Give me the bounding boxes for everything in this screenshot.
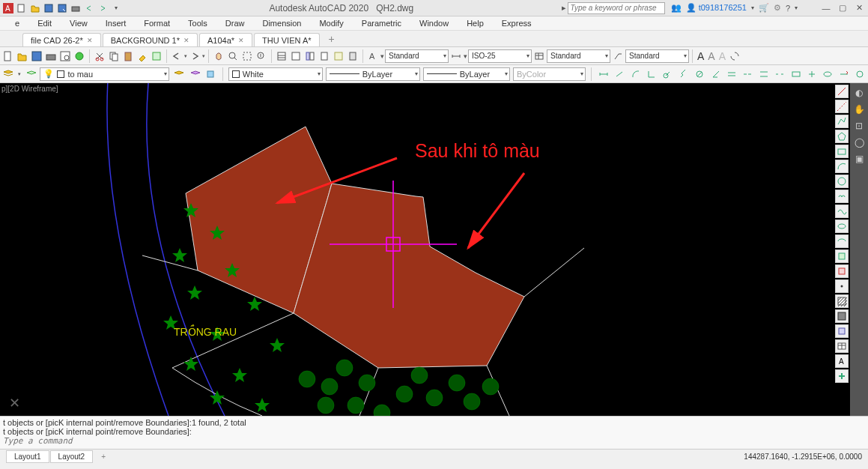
polygon-tool[interactable] — [835, 130, 849, 143]
menu-tools[interactable]: Tools — [179, 17, 216, 29]
undo-icon[interactable] — [84, 3, 94, 13]
undo-dropdown-icon[interactable]: ▾ — [184, 53, 187, 59]
layout-add-button[interactable]: + — [94, 451, 113, 462]
plotstyle-dropdown[interactable]: ByColor — [513, 67, 586, 81]
saveas-icon[interactable] — [57, 3, 67, 13]
construction-line-tool[interactable] — [835, 100, 849, 113]
preview-icon[interactable] — [58, 49, 72, 63]
search-input[interactable] — [568, 2, 665, 14]
menu-insert[interactable]: Insert — [97, 17, 136, 29]
addselected-tool[interactable] — [835, 369, 849, 383]
text-flyout-icon[interactable]: ▾ — [380, 52, 384, 60]
tab-background[interactable]: BACKGROUND 1*✕ — [103, 33, 198, 46]
make-block-tool[interactable] — [835, 264, 849, 278]
centermark-icon[interactable] — [805, 67, 818, 81]
cut-icon[interactable] — [93, 49, 106, 63]
gradient-tool[interactable] — [835, 309, 849, 323]
publish-icon[interactable] — [73, 49, 86, 63]
maximize-button[interactable]: ▢ — [837, 3, 849, 13]
laymcur-icon[interactable] — [188, 67, 201, 81]
table-style-icon[interactable] — [532, 49, 546, 63]
plot-icon[interactable] — [70, 3, 81, 13]
redo-icon[interactable] — [97, 3, 108, 13]
layout-tab-1[interactable]: Layout1 — [6, 450, 49, 463]
menu-parametric[interactable]: Parametric — [353, 17, 410, 29]
menu-e[interactable]: e — [6, 17, 28, 29]
annotation-sync-icon[interactable] — [728, 49, 741, 63]
tab-close-icon[interactable]: ✕ — [238, 37, 244, 44]
layer-flyout-icon[interactable]: ▾ — [18, 71, 21, 77]
tab-file-cad[interactable]: file CAD 26-2*✕ — [22, 33, 101, 46]
polyline-tool[interactable] — [835, 115, 849, 128]
mleader-icon[interactable] — [611, 49, 625, 63]
open2-icon[interactable] — [16, 49, 29, 63]
tab-a104a[interactable]: A104a*✕ — [199, 33, 252, 46]
menu-view[interactable]: View — [61, 17, 97, 29]
nav-wheel-icon[interactable]: ◐ — [852, 86, 866, 100]
zoom-extents-icon[interactable]: ⊡ — [852, 119, 866, 133]
help-dropdown-icon[interactable]: ▾ — [795, 4, 798, 11]
app-icon[interactable]: A — [3, 3, 13, 13]
dim-diameter-icon[interactable] — [693, 67, 705, 81]
ellipse-tool[interactable] — [835, 220, 849, 233]
menu-window[interactable]: Window — [410, 17, 458, 29]
zoom-icon[interactable] — [226, 49, 240, 63]
menu-format[interactable]: Format — [135, 17, 179, 29]
tab-close-icon[interactable]: ✕ — [87, 37, 93, 44]
qnew-icon[interactable] — [1, 49, 15, 63]
dim-linear-icon[interactable] — [597, 67, 610, 81]
mleaderstyle-dropdown[interactable]: Standard — [625, 49, 689, 63]
pan-icon[interactable] — [212, 49, 225, 63]
table-tool[interactable] — [835, 339, 849, 353]
help-icon[interactable]: ? — [786, 4, 790, 13]
menu-help[interactable]: Help — [458, 17, 493, 29]
paste-icon[interactable] — [121, 49, 135, 63]
copy-icon[interactable] — [107, 49, 121, 63]
menu-modify[interactable]: Modify — [310, 17, 352, 29]
designcenter-icon[interactable] — [289, 49, 303, 63]
dim-flyout-icon[interactable]: ▾ — [464, 52, 467, 60]
orbit-icon[interactable]: ◯ — [852, 136, 866, 149]
region-tool[interactable] — [835, 324, 849, 338]
toolpalettes-icon[interactable] — [303, 49, 317, 63]
minimize-button[interactable]: — — [820, 3, 832, 13]
open-icon[interactable] — [30, 3, 40, 13]
dim-jogged-icon[interactable] — [677, 67, 690, 81]
layout-tab-2[interactable]: Layout2 — [50, 450, 94, 463]
hatch-tool[interactable] — [835, 294, 849, 308]
redo2-icon[interactable] — [188, 49, 201, 63]
annotation-a1[interactable]: A — [696, 50, 705, 62]
qat-dropdown-icon[interactable]: ▾ — [111, 3, 121, 13]
textstyle-dropdown[interactable]: Standard — [385, 49, 449, 63]
redo-dropdown-icon[interactable]: ▾ — [202, 53, 205, 59]
user-dropdown-icon[interactable]: ▾ — [751, 4, 754, 11]
command-input[interactable] — [3, 436, 865, 446]
menu-dimension[interactable]: Dimension — [253, 17, 310, 29]
close-button[interactable]: ✕ — [853, 3, 865, 13]
tolerance-icon[interactable] — [789, 67, 802, 81]
tab-add-button[interactable]: + — [321, 31, 342, 46]
zoomwin-icon[interactable] — [240, 49, 254, 63]
dim-baseline-icon[interactable] — [725, 67, 738, 81]
linetype-dropdown[interactable]: ByLayer — [326, 67, 420, 81]
cart-icon[interactable]: 🛒 — [759, 3, 769, 13]
rectangle-tool[interactable] — [835, 145, 849, 158]
app-exchange-icon[interactable]: ⚙ — [774, 3, 781, 13]
line-tool[interactable] — [835, 85, 849, 98]
dim-arc-icon[interactable] — [629, 67, 642, 81]
spline-tool[interactable] — [835, 205, 849, 218]
layer-dropdown[interactable]: 💡 to mau — [40, 67, 169, 81]
layerprev-icon[interactable] — [24, 67, 37, 81]
dim-update-icon[interactable] — [854, 67, 867, 81]
layer-manager-icon[interactable] — [1, 67, 15, 81]
circle-tool[interactable] — [835, 175, 849, 188]
save-icon[interactable] — [43, 3, 54, 13]
blockeditor-icon[interactable] — [150, 49, 163, 63]
qcalc-icon[interactable] — [346, 49, 359, 63]
dim-edit-icon[interactable] — [837, 67, 850, 81]
dimstyle-dropdown[interactable]: ISO-25 — [468, 49, 532, 63]
showmotion-icon[interactable]: ▣ — [852, 152, 866, 166]
dim-break-icon[interactable] — [773, 67, 786, 81]
menu-express[interactable]: Express — [493, 17, 541, 29]
dim-angular-icon[interactable] — [709, 67, 722, 81]
